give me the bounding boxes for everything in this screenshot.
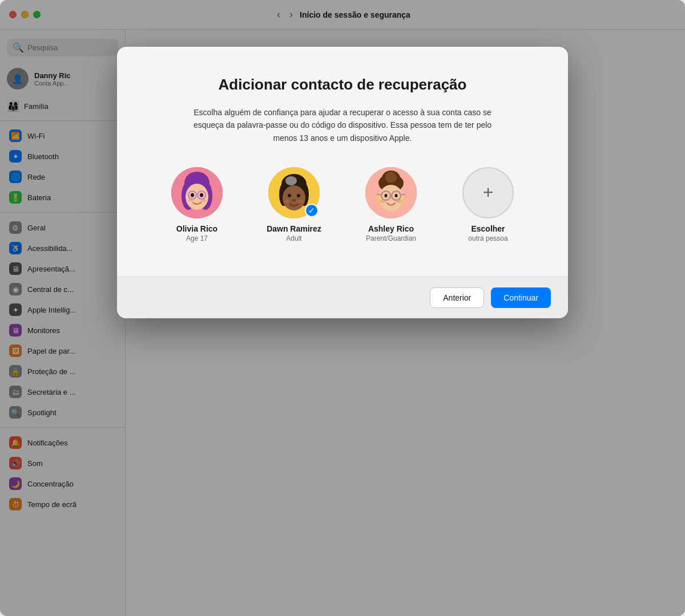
avatar-olivia bbox=[171, 167, 223, 218]
avatar-dawn: ✓ bbox=[268, 167, 320, 218]
modal-body: Adicionar contacto de recuperação Escolh… bbox=[117, 47, 568, 277]
svg-point-37 bbox=[377, 198, 381, 202]
svg-point-5 bbox=[191, 193, 194, 197]
svg-point-22 bbox=[298, 200, 304, 203]
modal-dialog: Adicionar contacto de recuperação Escolh… bbox=[117, 47, 568, 318]
add-person-item[interactable]: + Escolher outra pessoa bbox=[454, 167, 522, 242]
svg-point-17 bbox=[283, 185, 305, 210]
svg-point-21 bbox=[284, 200, 290, 203]
contact-ashley-role: Parent/Guardian bbox=[366, 234, 416, 242]
svg-point-18 bbox=[288, 194, 291, 197]
add-person-label-line1: Escolher bbox=[471, 224, 505, 233]
contact-dawn-name: Dawn Ramirez bbox=[267, 224, 321, 233]
contacts-grid: Olivia Rico Age 17 bbox=[163, 167, 522, 242]
avatar-ashley bbox=[365, 167, 417, 218]
contact-olivia-name: Olivia Rico bbox=[176, 224, 217, 233]
add-person-label-line2: outra pessoa bbox=[468, 234, 507, 242]
modal-description: Escolha alguém de confiança para ajudar … bbox=[183, 106, 502, 144]
add-icon: + bbox=[483, 182, 494, 203]
modal-title: Adicionar contacto de recuperação bbox=[163, 75, 522, 95]
svg-point-6 bbox=[200, 193, 203, 197]
svg-point-38 bbox=[401, 198, 405, 202]
svg-point-36 bbox=[396, 200, 402, 203]
anterior-button[interactable]: Anterior bbox=[430, 287, 484, 308]
selected-badge: ✓ bbox=[305, 204, 319, 217]
svg-point-35 bbox=[380, 200, 386, 203]
svg-point-33 bbox=[385, 194, 388, 197]
svg-point-19 bbox=[297, 194, 300, 197]
add-person-button[interactable]: + bbox=[462, 167, 514, 218]
svg-point-16 bbox=[285, 176, 297, 185]
contact-olivia[interactable]: Olivia Rico Age 17 bbox=[163, 167, 231, 242]
modal-footer: Anterior Continuar bbox=[117, 277, 568, 318]
svg-point-34 bbox=[395, 194, 398, 197]
contact-ashley[interactable]: Ashley Rico Parent/Guardian bbox=[357, 167, 425, 242]
svg-point-26 bbox=[385, 172, 397, 183]
contact-dawn[interactable]: ✓ Dawn Ramirez Adult bbox=[260, 167, 328, 242]
contact-ashley-name: Ashley Rico bbox=[368, 224, 414, 233]
contact-dawn-role: Adult bbox=[286, 234, 301, 242]
svg-point-20 bbox=[292, 199, 296, 201]
contact-olivia-role: Age 17 bbox=[186, 234, 208, 242]
continuar-button[interactable]: Continuar bbox=[491, 287, 551, 308]
